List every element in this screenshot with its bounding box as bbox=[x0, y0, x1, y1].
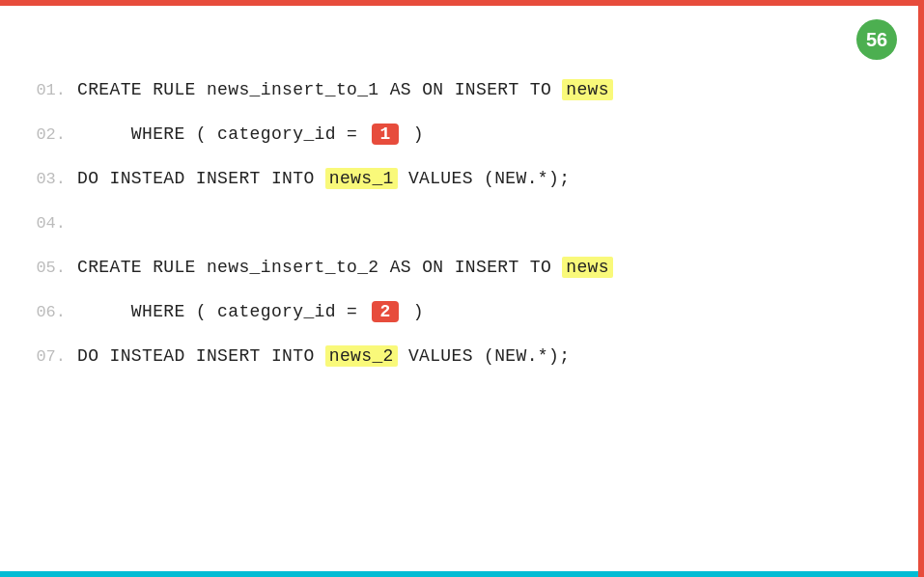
line-number: 04. bbox=[29, 214, 77, 233]
line-number: 05. bbox=[29, 259, 77, 277]
border-bottom bbox=[0, 571, 924, 577]
line-number: 02. bbox=[29, 125, 77, 144]
code-text: DO INSTEAD INSERT INTO news_2 VALUES (NE… bbox=[77, 345, 570, 367]
border-top bbox=[0, 0, 924, 6]
code-block: 01.CREATE RULE news_insert_to_1 AS ON IN… bbox=[29, 68, 885, 378]
border-right bbox=[918, 0, 924, 577]
code-line: 01.CREATE RULE news_insert_to_1 AS ON IN… bbox=[29, 68, 885, 112]
line-number: 07. bbox=[29, 347, 77, 366]
line-number: 03. bbox=[29, 170, 77, 188]
code-text: WHERE ( category_id = 2 ) bbox=[77, 301, 424, 322]
line-number: 01. bbox=[29, 81, 77, 99]
code-text: CREATE RULE news_insert_to_2 AS ON INSER… bbox=[77, 257, 613, 278]
highlighted-value: 2 bbox=[372, 301, 398, 322]
code-line: 02. WHERE ( category_id = 1 ) bbox=[29, 112, 885, 156]
code-text: CREATE RULE news_insert_to_1 AS ON INSER… bbox=[77, 79, 613, 100]
code-line: 03.DO INSTEAD INSERT INTO news_1 VALUES … bbox=[29, 156, 885, 201]
highlighted-keyword: news bbox=[562, 79, 613, 100]
code-text: WHERE ( category_id = 1 ) bbox=[77, 124, 424, 145]
code-line: 05.CREATE RULE news_insert_to_2 AS ON IN… bbox=[29, 245, 885, 289]
line-number: 06. bbox=[29, 303, 77, 321]
highlighted-keyword: news bbox=[562, 257, 613, 278]
code-line: 06. WHERE ( category_id = 2 ) bbox=[29, 289, 885, 334]
code-line: 07.DO INSTEAD INSERT INTO news_2 VALUES … bbox=[29, 334, 885, 378]
code-text: DO INSTEAD INSERT INTO news_1 VALUES (NE… bbox=[77, 168, 570, 189]
highlighted-value: 1 bbox=[372, 124, 398, 145]
highlighted-keyword: news_1 bbox=[325, 168, 398, 189]
page-badge: 56 bbox=[856, 19, 897, 60]
code-line: 04. bbox=[29, 201, 885, 245]
highlighted-keyword: news_2 bbox=[325, 345, 398, 367]
